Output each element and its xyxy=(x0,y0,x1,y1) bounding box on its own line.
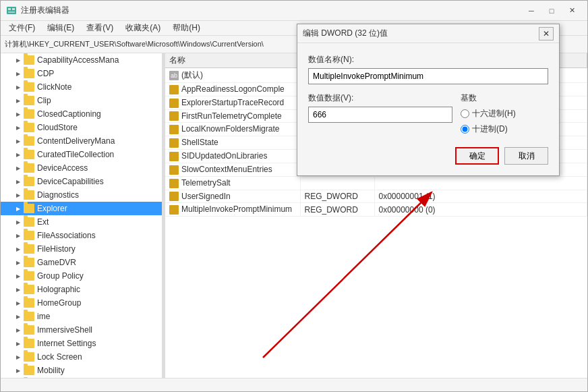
folder-icon xyxy=(24,96,34,105)
dialog-title-bar: 编辑 DWORD (32 位)值 ✕ xyxy=(297,24,559,43)
tree-item-label: Mobility xyxy=(37,366,65,375)
folder-icon xyxy=(24,258,34,267)
folder-icon xyxy=(24,69,34,78)
tree-arrow: ▶ xyxy=(14,312,22,320)
reg-type: REG_DWORD xyxy=(300,203,374,217)
tree-arrow: ▶ xyxy=(14,110,22,118)
tree-arrow: ▶ xyxy=(14,69,22,78)
tree-item-label: GameDVR xyxy=(37,258,76,267)
tree-item-holographic[interactable]: ▶ Holographic xyxy=(1,283,162,296)
tree-arrow: ▶ xyxy=(14,137,22,145)
radio-hex[interactable]: 十六进制(H) xyxy=(461,108,548,119)
hex-radio[interactable] xyxy=(461,109,469,118)
svg-rect-3 xyxy=(8,11,15,13)
tree-item-label: DeviceAccess xyxy=(37,163,88,173)
tree-arrow: ▶ xyxy=(14,56,22,64)
data-input[interactable] xyxy=(308,107,452,123)
tree-item-curatedtilecollection[interactable]: ▶ CuratedTileCollection xyxy=(1,148,162,161)
radio-dec[interactable]: 十进制(D) xyxy=(461,123,548,135)
tree-item-label: ime xyxy=(37,312,50,321)
menu-edit[interactable]: 编辑(E) xyxy=(42,21,80,35)
hex-label: 十六进制(H) xyxy=(472,108,516,119)
folder-icon xyxy=(24,150,34,159)
title-bar-controls: ─ □ ✕ xyxy=(521,4,582,18)
tree-arrow: ▶ xyxy=(14,164,22,172)
tree-item-explorer[interactable]: ▶ Explorer xyxy=(1,202,162,215)
reg-name: MultipleInvokePromptMinimum xyxy=(165,203,300,217)
app-icon xyxy=(6,5,17,16)
ok-button[interactable]: 确定 xyxy=(455,147,499,165)
tree-item-label: Clip xyxy=(37,96,51,105)
tree-arrow: ▶ xyxy=(14,285,22,293)
name-input[interactable] xyxy=(308,68,548,84)
menu-file[interactable]: 文件(F) xyxy=(3,21,40,35)
col-name: 名称 xyxy=(165,53,300,68)
tree-item-ime[interactable]: ▶ ime xyxy=(1,310,162,323)
folder-icon xyxy=(24,109,34,119)
table-row[interactable]: UserSignedIn REG_DWORD 0x00000001 (1) xyxy=(165,190,587,203)
reg-data: 0x00000000 (0) xyxy=(374,203,587,217)
tree-item-label: ContentDeliveryMana xyxy=(37,136,115,146)
table-row[interactable]: TelemetrySalt xyxy=(165,176,587,190)
tree-panel[interactable]: ▶ CapabilityAccessMana ▶ CDP ▶ ClickNote… xyxy=(1,53,163,378)
tree-item-ext[interactable]: ▶ Ext xyxy=(1,215,162,229)
table-row[interactable]: MultipleInvokePromptMinimum REG_DWORD 0x… xyxy=(165,203,587,217)
ab-icon: ab xyxy=(169,71,179,80)
tree-arrow: ▶ xyxy=(14,272,22,280)
tree-item-lockscreen[interactable]: ▶ Lock Screen xyxy=(1,350,162,364)
tree-item-internetsettings[interactable]: ▶ Internet Settings xyxy=(1,337,162,350)
maximize-button[interactable]: □ xyxy=(541,4,562,18)
close-button[interactable]: ✕ xyxy=(562,4,582,18)
reg-name: UserSignedIn xyxy=(165,190,300,203)
dword-icon xyxy=(169,205,179,215)
dword-icon xyxy=(169,152,179,161)
tree-item-fileassociations[interactable]: ▶ FileAssociations xyxy=(1,229,162,242)
tree-item-label: CDP xyxy=(37,69,54,78)
tree-item-diagnostics[interactable]: ▶ Diagnostics xyxy=(1,188,162,202)
tree-item-label: CloudStore xyxy=(37,123,78,132)
tree-item-clip[interactable]: ▶ Clip xyxy=(1,94,162,107)
tree-item-capabilityaccessmana[interactable]: ▶ CapabilityAccessMana xyxy=(1,53,162,67)
tree-item-immersiveshell[interactable]: ▶ ImmersiveShell xyxy=(1,323,162,337)
dialog-close-button[interactable]: ✕ xyxy=(539,27,554,40)
tree-item-closedcaptioning[interactable]: ▶ ClosedCaptioning xyxy=(1,107,162,121)
tree-item-grouppolicy[interactable]: ▶ Group Policy xyxy=(1,269,162,283)
folder-icon xyxy=(24,271,34,281)
reg-name: SIDUpdatedOnLibraries xyxy=(165,150,300,163)
tree-item-filehistory[interactable]: ▶ FileHistory xyxy=(1,242,162,256)
menu-help[interactable]: 帮助(H) xyxy=(167,21,206,35)
dword-icon xyxy=(169,165,179,175)
tree-arrow: ▶ xyxy=(14,218,22,226)
tree-item-label: Lock Screen xyxy=(37,352,82,362)
tree-item-contentdeliverymana[interactable]: ▶ ContentDeliveryMana xyxy=(1,134,162,148)
tree-item-homegroup[interactable]: ▶ HomeGroup xyxy=(1,296,162,310)
minimize-button[interactable]: ─ xyxy=(521,4,541,18)
svg-rect-1 xyxy=(8,8,11,10)
reg-type xyxy=(300,176,374,190)
tree-item-gamedvr[interactable]: ▶ GameDVR xyxy=(1,256,162,269)
tree-item-deviceaccess[interactable]: ▶ DeviceAccess xyxy=(1,161,162,175)
reg-name: LocalKnownFoldersMigrate xyxy=(165,123,300,136)
tree-item-label: Group Policy xyxy=(37,271,84,281)
tree-item-label: FileAssociations xyxy=(37,231,96,240)
tree-item-devicecapabilities[interactable]: ▶ DeviceCapabilities xyxy=(1,175,162,188)
reg-name: FirstRunTelemetryComplete xyxy=(165,109,300,123)
tree-item-clicknote[interactable]: ▶ ClickNote xyxy=(1,80,162,94)
menu-favorites[interactable]: 收藏夹(A) xyxy=(120,21,166,35)
status-bar xyxy=(1,378,587,391)
tree-item-cdp[interactable]: ▶ CDP xyxy=(1,67,162,80)
cancel-button[interactable]: 取消 xyxy=(504,147,548,165)
tree-arrow: ▶ xyxy=(14,353,22,361)
folder-icon xyxy=(24,123,34,132)
dialog-title: 编辑 DWORD (32 位)值 xyxy=(303,28,388,39)
folder-icon xyxy=(24,177,34,186)
tree-arrow: ▶ xyxy=(14,123,22,132)
tree-arrow: ▶ xyxy=(14,231,22,240)
tree-arrow: ▶ xyxy=(14,96,22,105)
menu-view[interactable]: 查看(V) xyxy=(81,21,119,35)
tree-item-cloudstore[interactable]: ▶ CloudStore xyxy=(1,121,162,134)
tree-arrow: ▶ xyxy=(14,150,22,159)
dec-radio[interactable] xyxy=(461,125,469,134)
reg-name: SlowContextMenuEntries xyxy=(165,163,300,176)
tree-item-mobility[interactable]: ▶ Mobility xyxy=(1,364,162,377)
